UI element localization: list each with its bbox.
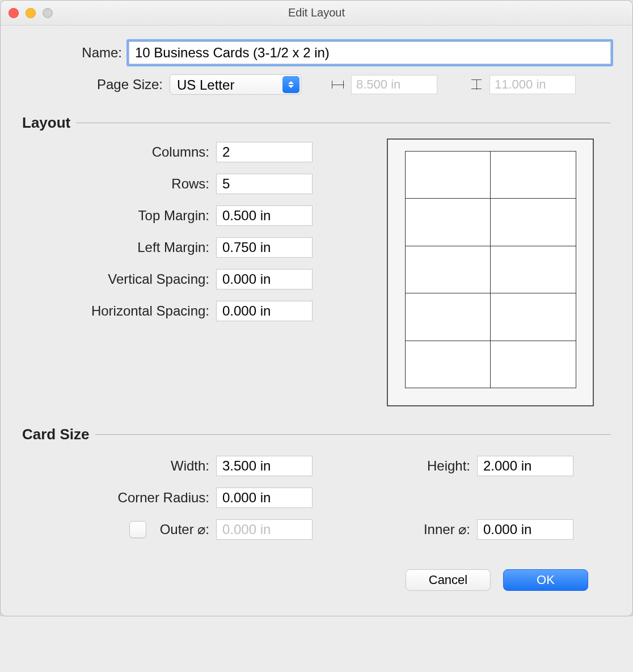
ok-button[interactable]: OK	[503, 569, 588, 591]
preview-cell	[490, 246, 576, 294]
top-margin-label: Top Margin:	[22, 208, 216, 224]
columns-input[interactable]	[216, 142, 313, 162]
outer-diameter-label: Outer ⌀:	[160, 522, 209, 537]
divider	[76, 123, 611, 123]
preview-cell	[405, 198, 491, 246]
page-height-field	[489, 75, 576, 94]
left-margin-input[interactable]	[216, 237, 313, 258]
divider	[95, 434, 611, 435]
preview-cell	[490, 293, 576, 341]
outer-diameter-input	[216, 519, 313, 540]
page-width-field	[351, 75, 437, 94]
cancel-button[interactable]: Cancel	[406, 569, 491, 591]
page-size-select[interactable]: US Letter	[170, 74, 301, 95]
card-width-input[interactable]	[216, 456, 313, 476]
edit-layout-dialog: Edit Layout Name: Page Size: US Letter	[0, 0, 633, 616]
inner-diameter-label: Inner ⌀:	[358, 522, 477, 537]
height-icon	[469, 78, 484, 91]
preview-cell	[405, 246, 491, 294]
corner-radius-input[interactable]	[216, 488, 313, 508]
preview-cell	[405, 341, 491, 389]
window-controls	[9, 1, 53, 25]
layout-section-title: Layout	[22, 114, 70, 132]
inner-diameter-input[interactable]	[477, 519, 573, 540]
preview-cell	[405, 151, 491, 199]
card-height-input[interactable]	[477, 456, 573, 476]
window-title: Edit Layout	[1, 6, 632, 19]
horizontal-spacing-label: Horizontal Spacing:	[22, 303, 216, 319]
width-icon	[331, 78, 345, 91]
columns-label: Columns:	[22, 144, 216, 160]
layout-preview	[387, 138, 594, 406]
preview-cell	[405, 293, 491, 341]
width-label: Width:	[22, 458, 216, 474]
name-input[interactable]	[129, 41, 611, 64]
title-bar: Edit Layout	[1, 1, 632, 26]
corner-radius-label: Corner Radius:	[22, 490, 216, 506]
zoom-icon	[43, 8, 53, 18]
preview-page	[387, 138, 594, 406]
close-icon[interactable]	[9, 8, 19, 18]
minimize-icon[interactable]	[26, 8, 36, 18]
left-margin-label: Left Margin:	[22, 240, 216, 255]
preview-cell	[490, 151, 576, 199]
rows-label: Rows:	[22, 176, 216, 192]
name-label: Name:	[22, 45, 129, 61]
preview-cell	[490, 198, 576, 246]
page-size-label: Page Size:	[22, 77, 170, 93]
outer-diameter-checkbox[interactable]	[129, 521, 146, 538]
card-size-section-title: Card Size	[22, 426, 90, 443]
horizontal-spacing-input[interactable]	[216, 301, 313, 321]
vertical-spacing-input[interactable]	[216, 269, 313, 289]
preview-cell	[490, 341, 576, 389]
top-margin-input[interactable]	[216, 205, 313, 226]
height-label: Height:	[358, 458, 477, 474]
rows-input[interactable]	[216, 174, 313, 194]
vertical-spacing-label: Vertical Spacing:	[22, 271, 216, 287]
